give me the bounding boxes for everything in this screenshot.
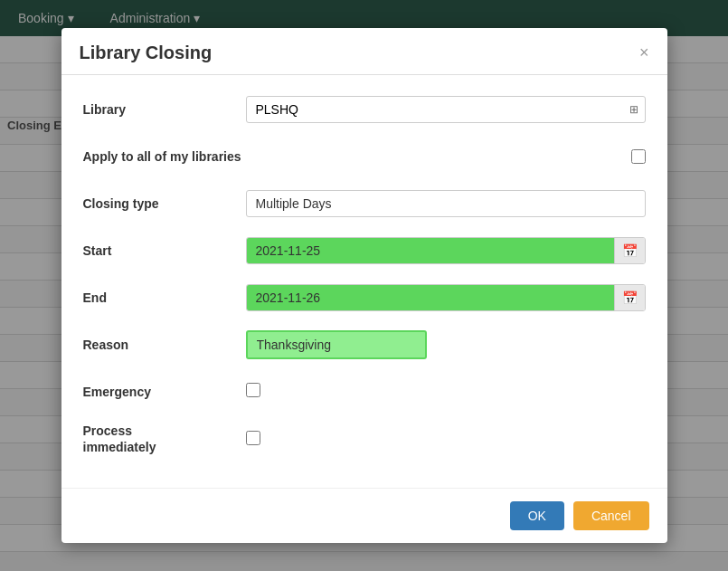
- closing-type-select-wrapper: Single Day Multiple Days Hours Range: [246, 190, 646, 217]
- emergency-label: Emergency: [83, 385, 246, 399]
- process-immediately-label: Process immediately: [83, 423, 246, 455]
- closing-type-control: Single Day Multiple Days Hours Range: [246, 190, 646, 217]
- apply-all-row: Apply to all of my libraries: [83, 140, 646, 173]
- apply-all-control: [246, 149, 646, 164]
- library-select[interactable]: PLSHQ: [246, 96, 646, 123]
- process-immediately-row: Process immediately: [83, 423, 646, 455]
- start-control: 📅: [246, 237, 646, 264]
- apply-all-label: Apply to all of my libraries: [83, 149, 246, 164]
- reason-row: Reason: [83, 328, 646, 361]
- modal-footer: OK Cancel: [61, 488, 667, 543]
- modal-title: Library Closing: [80, 43, 213, 63]
- reason-label: Reason: [83, 338, 246, 352]
- process-immediately-checkbox[interactable]: [246, 431, 260, 445]
- reason-input[interactable]: [246, 330, 427, 359]
- library-label: Library: [83, 102, 246, 117]
- emergency-control: [246, 383, 646, 400]
- library-row: Library PLSHQ ⊞: [83, 93, 646, 126]
- start-label: Start: [83, 243, 246, 258]
- end-calendar-button[interactable]: 📅: [614, 285, 645, 310]
- end-control: 📅: [246, 284, 646, 311]
- start-date-input[interactable]: [247, 238, 614, 263]
- reason-control: [246, 330, 646, 359]
- emergency-row: Emergency: [83, 376, 646, 408]
- closing-type-label: Closing type: [83, 196, 246, 211]
- library-control: PLSHQ ⊞: [246, 96, 646, 123]
- library-select-wrapper: PLSHQ ⊞: [246, 96, 646, 123]
- start-date-wrapper: 📅: [246, 237, 646, 264]
- start-row: Start 📅: [83, 234, 646, 267]
- closing-type-select[interactable]: Single Day Multiple Days Hours Range: [246, 190, 646, 217]
- closing-type-row: Closing type Single Day Multiple Days Ho…: [83, 187, 646, 220]
- library-closing-modal: Library Closing × Library PLSHQ ⊞: [61, 28, 667, 543]
- end-label: End: [83, 290, 246, 305]
- modal-overlay: Library Closing × Library PLSHQ ⊞: [0, 0, 728, 571]
- cancel-button[interactable]: Cancel: [573, 501, 649, 530]
- emergency-checkbox[interactable]: [246, 383, 260, 397]
- end-row: End 📅: [83, 281, 646, 314]
- close-button[interactable]: ×: [639, 44, 649, 61]
- end-date-input[interactable]: [247, 285, 614, 310]
- modal-header: Library Closing ×: [61, 28, 667, 75]
- modal-body: Library PLSHQ ⊞ Apply to all of my libra…: [61, 75, 667, 488]
- apply-all-checkbox[interactable]: [631, 149, 646, 164]
- ok-button[interactable]: OK: [510, 501, 564, 530]
- end-date-wrapper: 📅: [246, 284, 646, 311]
- process-immediately-control: [246, 431, 646, 448]
- start-calendar-button[interactable]: 📅: [614, 238, 645, 263]
